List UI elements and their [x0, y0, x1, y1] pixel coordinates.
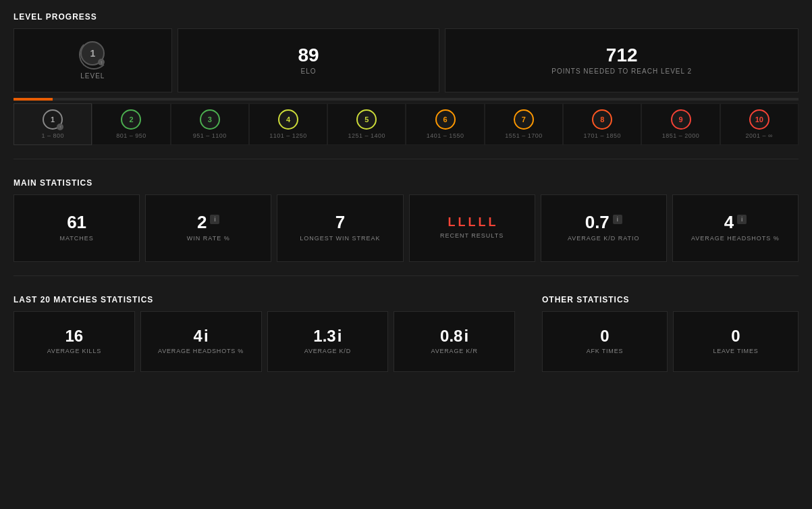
info-icon-last20-kr: i — [464, 328, 468, 344]
section-title-level-progress: LEVEL PROGRESS — [0, 0, 812, 28]
range-badge-9: 9 — [671, 109, 691, 130]
section-header-last20: LAST 20 MATCHES STATISTICS — [0, 283, 529, 311]
range-text-8: 1701 – 1850 — [583, 132, 621, 139]
bottom-stat-card-kr: 0.8 i AVERAGE K/R — [394, 311, 515, 372]
range-item-3: 3 951 – 1100 — [171, 103, 249, 145]
bottom-stat-value-afk: 0 — [600, 328, 609, 344]
points-card: 712 POINTS NEEDED TO REACH LEVEL 2 — [445, 28, 799, 92]
range-text-9: 1851 – 2000 — [662, 132, 700, 139]
recent-results-row: L L L L L — [448, 216, 496, 228]
bottom-section-headers: LAST 20 MATCHES STATISTICS OTHER STATIST… — [0, 283, 812, 311]
level-badge: 1 ↑ — [80, 41, 105, 65]
divider-1 — [13, 159, 799, 159]
stat-card-winrate: 2 i WIN RATE % — [145, 194, 271, 262]
stat-card-results: L L L L L RECENT RESULTS — [409, 194, 535, 262]
section-title-last20: LAST 20 MATCHES STATISTICS — [0, 283, 529, 311]
bottom-stat-card-afk: 0 AFK TIMES — [542, 311, 668, 372]
stat-label-winrate: WIN RATE % — [187, 235, 230, 243]
info-icon-last20-kd: i — [337, 328, 342, 344]
section-title-other: OTHER STATISTICS — [529, 283, 812, 311]
range-item-2: 2 801 – 950 — [92, 103, 170, 145]
range-badge-1: 1 ↑ — [43, 109, 63, 130]
stat-value-streak: 7 — [335, 213, 345, 231]
range-item-10: 10 2001 – ∞ — [720, 103, 799, 145]
range-item-4: 4 1101 – 1250 — [249, 103, 327, 145]
range-text-6: 1401 – 1550 — [427, 132, 464, 139]
bottom-stat-value-leave: 0 — [731, 328, 740, 344]
stat-value-hs: 4 i — [724, 213, 747, 231]
range-arrow-1: ↑ — [57, 124, 63, 130]
range-badge-6: 6 — [435, 109, 456, 130]
range-text-2: 801 – 950 — [116, 132, 146, 139]
last20-stats-grid: 16 AVERAGE KILLS 4 i AVERAGE HEADSHOTS %… — [13, 311, 515, 372]
info-icon-kd: i — [613, 215, 622, 224]
section-header-other: OTHER STATISTICS — [529, 283, 812, 311]
range-item-8: 8 1701 – 1850 — [563, 103, 641, 145]
range-badge-7: 7 — [514, 109, 534, 130]
stat-label-hs: AVERAGE HEADSHOTS % — [691, 235, 780, 243]
stat-label-matches: MATCHES — [59, 235, 93, 243]
elo-card: 89 ELO — [178, 28, 440, 92]
bottom-stat-label-leave: LEAVE TIMES — [713, 348, 759, 356]
stat-value-kd: 0.7 i — [585, 213, 622, 231]
bottom-stat-label-hs: AVERAGE HEADSHOTS % — [158, 348, 244, 356]
stat-card-streak: 7 LONGEST WIN STREAK — [277, 194, 403, 262]
other-stats-grid: 0 AFK TIMES 0 LEAVE TIMES — [542, 311, 799, 372]
info-icon-winrate: i — [210, 215, 219, 224]
stat-card-kd: 0.7 i AVERAGE K/D RATIO — [541, 194, 667, 262]
elo-label: ELO — [301, 68, 317, 75]
range-text-1: 1 – 800 — [41, 132, 64, 139]
bottom-stat-card-hs: 4 i AVERAGE HEADSHOTS % — [140, 311, 262, 372]
level-number: 1 — [90, 48, 95, 59]
stat-value-matches: 61 — [67, 213, 86, 231]
range-item-5: 5 1251 – 1400 — [327, 103, 406, 145]
stat-card-matches: 61 MATCHES — [13, 194, 140, 262]
level-label: LEVEL — [80, 72, 105, 80]
bottom-stat-value-kd: 1.3 i — [313, 328, 342, 344]
range-badge-10: 10 — [749, 109, 769, 130]
stat-label-streak: LONGEST WIN STREAK — [300, 235, 380, 243]
bottom-stat-value-hs: 4 i — [194, 328, 209, 344]
bottom-stat-label-kr: AVERAGE K/R — [431, 348, 478, 356]
bottom-stat-card-kd: 1.3 i AVERAGE K/D — [267, 311, 389, 372]
level-cards-row: 1 ↑ LEVEL 89 ELO 712 POINTS NEEDED TO RE… — [13, 28, 799, 92]
range-item-6: 6 1401 – 1550 — [406, 103, 484, 145]
range-text-5: 1251 – 1400 — [348, 132, 386, 139]
range-item-9: 9 1851 – 2000 — [641, 103, 720, 145]
bottom-right: 0 AFK TIMES 0 LEAVE TIMES — [529, 311, 812, 379]
stat-value-winrate: 2 i — [197, 213, 219, 231]
bottom-stat-value-kills: 16 — [65, 328, 84, 344]
range-item-7: 7 1551 – 1700 — [485, 103, 563, 145]
divider-2 — [13, 275, 799, 276]
level-card: 1 ↑ LEVEL — [13, 28, 172, 92]
elo-value: 89 — [298, 46, 319, 65]
bottom-stat-card-leave: 0 LEAVE TIMES — [673, 311, 799, 372]
progress-bar-container — [13, 98, 799, 101]
range-item-1: 1 ↑ 1 – 800 — [13, 103, 92, 145]
level-progress-section: 1 ↑ LEVEL 89 ELO 712 POINTS NEEDED TO RE… — [0, 28, 812, 152]
range-badge-4: 4 — [278, 109, 298, 130]
bottom-stat-label-kills: AVERAGE KILLS — [47, 348, 101, 356]
level-arrow-icon: ↑ — [98, 59, 105, 65]
points-label: POINTS NEEDED TO REACH LEVEL 2 — [551, 68, 692, 75]
section-title-main-stats: MAIN STATISTICS — [0, 166, 812, 194]
progress-bar-fill — [13, 98, 53, 101]
range-text-4: 1101 – 1250 — [269, 132, 307, 139]
points-value: 712 — [606, 46, 638, 65]
bottom-stat-label-afk: AFK TIMES — [587, 348, 624, 356]
level-range-row: 1 ↑ 1 – 800 2 801 – 950 3 951 – 1100 4 1… — [13, 103, 799, 145]
bottom-stat-label-kd: AVERAGE K/D — [304, 348, 351, 356]
range-badge-5: 5 — [356, 109, 377, 130]
stat-card-hs: 4 i AVERAGE HEADSHOTS % — [672, 194, 799, 262]
range-text-7: 1551 – 1700 — [505, 132, 543, 139]
bottom-section: 16 AVERAGE KILLS 4 i AVERAGE HEADSHOTS %… — [0, 311, 812, 379]
bottom-stat-value-kr: 0.8 i — [440, 328, 468, 344]
range-text-10: 2001 – ∞ — [746, 132, 773, 139]
info-icon-last20-hs: i — [204, 328, 209, 344]
range-badge-2: 2 — [121, 109, 141, 130]
range-text-3: 951 – 1100 — [193, 132, 227, 139]
bottom-left: 16 AVERAGE KILLS 4 i AVERAGE HEADSHOTS %… — [0, 311, 529, 379]
info-icon-hs: i — [737, 215, 747, 224]
range-badge-3: 3 — [200, 109, 220, 130]
range-badge-8: 8 — [592, 109, 612, 130]
